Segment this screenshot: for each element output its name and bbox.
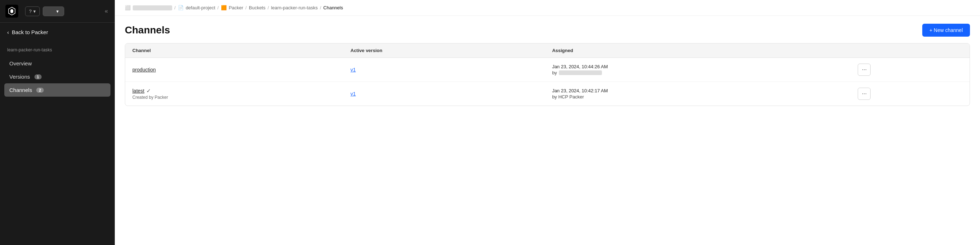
sidebar-item-versions[interactable]: Versions 1	[4, 70, 110, 83]
channel-latest-sub: Created by Packer	[132, 95, 336, 100]
channels-table: Channel Active version Assigned producti…	[125, 43, 970, 106]
channel-name-cell: production	[125, 58, 343, 82]
channels-label: Channels	[10, 87, 32, 93]
version-link-production[interactable]: v1	[350, 67, 356, 72]
channel-production-link[interactable]: production	[132, 67, 156, 72]
assigned-info-latest: Jan 23, 2024, 10:42:17 AM by HCP Packer	[552, 88, 843, 99]
versions-badge: 1	[35, 74, 41, 79]
channel-name-cell-latest: latest ✓ Created by Packer	[125, 82, 343, 106]
packer-icon: 🟧	[221, 5, 227, 10]
more-options-button-latest[interactable]: ···	[858, 88, 870, 100]
actions-cell-latest: ···	[851, 82, 970, 106]
col-channel: Channel	[125, 43, 343, 58]
channel-latest-name-row: latest ✓	[132, 88, 336, 94]
org-switcher-button[interactable]: ▾	[43, 6, 64, 16]
help-icon: ?	[29, 9, 32, 14]
breadcrumb-packer[interactable]: 🟧 Packer	[221, 5, 243, 10]
col-actions	[851, 43, 970, 58]
page-header: Channels + New channel	[115, 16, 980, 43]
active-version-cell-production: v1	[343, 58, 545, 82]
sidebar-header: ? ▾ ▾ «	[0, 0, 115, 22]
breadcrumb-org-redacted	[133, 5, 172, 10]
col-active-version: Active version	[343, 43, 545, 58]
version-link-latest[interactable]: v1	[350, 91, 356, 97]
channel-latest-link[interactable]: latest	[132, 88, 144, 94]
assigned-date-production: Jan 23, 2024, 10:44:26 AM	[552, 64, 843, 69]
building-icon: ⬜	[125, 5, 130, 10]
page-title: Channels	[125, 24, 170, 36]
check-circle-icon: ✓	[146, 88, 151, 94]
breadcrumb-sep-1: /	[174, 5, 176, 10]
channels-table-container: Channel Active version Assigned producti…	[125, 43, 970, 106]
table-header-row: Channel Active version Assigned	[125, 43, 970, 58]
sidebar-collapse-button[interactable]: «	[103, 6, 110, 16]
breadcrumb-org: ⬜	[125, 5, 172, 10]
sidebar-section-label: learn-packer-run-tasks	[0, 42, 115, 55]
breadcrumb-sep-4: /	[267, 5, 269, 10]
table-row: production v1 Jan 23, 2024, 10:44:26 AM …	[125, 58, 970, 82]
assigned-date-latest: Jan 23, 2024, 10:42:17 AM	[552, 88, 843, 93]
assigned-cell-production: Jan 23, 2024, 10:44:26 AM by	[545, 58, 851, 82]
assigned-by-redacted	[559, 70, 602, 75]
active-version-cell-latest: v1	[343, 82, 545, 106]
breadcrumb-project[interactable]: 📄 default-project	[178, 5, 215, 10]
org-chevron: ▾	[56, 9, 59, 14]
breadcrumb-current: Channels	[323, 5, 343, 10]
main-content: ⬜ / 📄 default-project / 🟧 Packer / Bucke…	[115, 0, 980, 245]
file-icon: 📄	[178, 5, 184, 10]
breadcrumb-buckets[interactable]: Buckets	[249, 5, 266, 10]
back-to-packer-link[interactable]: ‹ Back to Packer	[0, 22, 115, 42]
breadcrumb-sep-2: /	[217, 5, 219, 10]
help-chevron: ▾	[33, 9, 36, 14]
back-chevron-icon: ‹	[7, 29, 9, 35]
sidebar-nav: Overview Versions 1 Channels 2	[0, 55, 115, 98]
hashicorp-logo	[5, 4, 19, 18]
assigned-cell-latest: Jan 23, 2024, 10:42:17 AM by HCP Packer	[545, 82, 851, 106]
assigned-info-production: Jan 23, 2024, 10:44:26 AM by	[552, 64, 843, 75]
col-assigned: Assigned	[545, 43, 851, 58]
assigned-by-latest: by HCP Packer	[552, 94, 843, 99]
more-options-button-production[interactable]: ···	[858, 64, 870, 76]
channel-latest-wrapper: latest ✓ Created by Packer	[132, 88, 336, 100]
overview-label: Overview	[10, 60, 32, 66]
assigned-by-production: by	[552, 70, 843, 75]
sidebar-item-channels[interactable]: Channels 2	[4, 83, 110, 97]
breadcrumb-sep-5: /	[320, 5, 321, 10]
table-row: latest ✓ Created by Packer v1 Jan 23, 20…	[125, 82, 970, 106]
versions-label: Versions	[10, 74, 30, 80]
new-channel-button[interactable]: + New channel	[922, 24, 970, 37]
breadcrumb-bucket-name[interactable]: learn-packer-run-tasks	[271, 5, 318, 10]
channels-badge: 2	[36, 88, 43, 93]
org-label	[47, 9, 54, 14]
breadcrumb-sep-3: /	[245, 5, 247, 10]
sidebar-item-overview[interactable]: Overview	[4, 57, 110, 70]
header-controls: ? ▾ ▾	[25, 6, 64, 16]
help-button[interactable]: ? ▾	[25, 6, 40, 16]
breadcrumb: ⬜ / 📄 default-project / 🟧 Packer / Bucke…	[115, 0, 980, 16]
actions-cell-production: ···	[851, 58, 970, 82]
sidebar: ? ▾ ▾ « ‹ Back to Packer learn-packer-ru…	[0, 0, 115, 245]
